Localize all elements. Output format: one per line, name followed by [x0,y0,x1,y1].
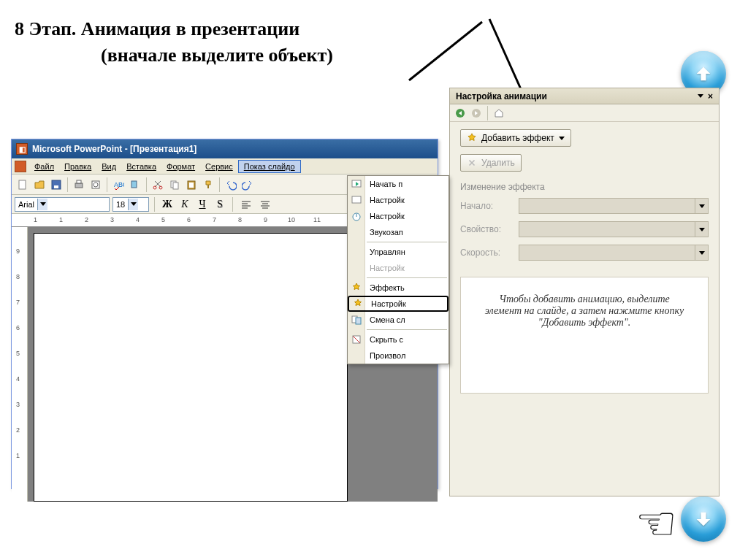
menu-slideshow[interactable]: Показ слайдо [238,160,301,173]
chevron-down-icon[interactable] [128,199,138,210]
remove-button: Удалить [460,154,522,172]
custom-animation-pane: Настройка анимации × Добавить эффект Уда… [449,88,720,496]
help-text: Чтобы добавить анимацию, выделите элемен… [460,277,709,394]
menu-item-effects[interactable]: Эффекть [348,280,449,296]
svg-rect-3 [19,180,26,189]
menu-edit[interactable]: Правка [59,161,96,172]
svg-rect-20 [352,196,361,203]
back-icon[interactable] [453,107,468,120]
spell-icon[interactable]: ABC [110,177,126,193]
align-left-icon[interactable] [238,196,254,212]
app-icon [15,161,26,172]
menu-format[interactable]: Формат [161,161,200,172]
heading-line1: 8 Этап. Анимация в презентации [15,16,299,42]
shadow-button[interactable]: S [213,197,227,212]
swap-icon [351,314,362,326]
menu-item-record[interactable]: Звукозап [348,224,449,240]
menu-item-custom-shows[interactable]: Произвол [348,348,449,364]
heading-line2: (вначале выделите объект) [101,42,333,69]
cut-icon[interactable] [150,177,166,193]
svg-rect-5 [54,185,58,188]
menu-item-hide-slide[interactable]: Скрыть с [348,331,449,348]
format-painter-icon[interactable] [200,177,216,193]
anim-icon [352,298,364,310]
menu-insert[interactable]: Вставка [121,161,161,172]
forward-icon[interactable] [469,107,484,120]
pane-titlebar: Настройка анимации × [450,88,719,104]
redo-icon[interactable] [240,177,256,193]
menu-item-action-settings: Настройк [348,260,449,276]
speed-label: Скорость: [460,248,519,258]
preview-icon[interactable] [88,177,104,193]
window-title: Microsoft PowerPoint - [Презентация1] [32,144,196,154]
save-icon[interactable] [48,177,64,193]
slide[interactable] [34,233,348,502]
svg-line-0 [409,22,482,80]
hide-icon [351,334,362,345]
property-combo [519,221,709,237]
font-name-combo[interactable]: Arial [15,197,110,212]
timer-icon [351,210,362,222]
menu-item-custom-animation[interactable]: Настройк [348,296,449,312]
copy-icon[interactable] [167,177,183,193]
svg-rect-6 [75,183,83,188]
start-combo [519,198,709,214]
nav-down-button[interactable] [681,496,726,542]
open-icon[interactable] [31,177,47,193]
add-effect-star-icon [467,133,477,143]
new-icon[interactable] [15,177,31,193]
pane-nav-toolbar[interactable] [450,104,719,122]
start-label: Начало: [460,201,519,211]
gear-icon [351,194,362,206]
paste-icon[interactable] [183,177,199,193]
svg-rect-11 [131,181,137,188]
remove-label: Удалить [481,158,515,168]
underline-button[interactable]: Ч [195,197,210,212]
pane-title: Настройка анимации [456,91,547,101]
add-effect-label: Добавить эффект [481,133,554,143]
add-effect-button[interactable]: Добавить эффект [460,129,571,147]
align-center-icon[interactable] [257,196,273,212]
menu-bar[interactable]: Файл Правка Вид Вставка Формат Сервис По… [12,158,438,174]
print-icon[interactable] [71,177,87,193]
menu-item-setup[interactable]: Настройк [348,192,449,208]
window-titlebar: ◧ Microsoft PowerPoint - [Презентация1] [12,139,438,158]
italic-button[interactable]: К [178,197,192,212]
menu-view[interactable]: Вид [96,161,121,172]
change-effect-label: Изменение эффекта [460,182,709,192]
close-icon[interactable]: × [708,91,713,101]
svg-rect-23 [356,318,361,324]
powerpoint-icon: ◧ [16,143,28,155]
font-name-value: Arial [18,200,34,209]
speed-combo [519,245,709,261]
star-icon [351,282,362,294]
play-icon [351,178,362,190]
research-icon[interactable] [127,177,143,193]
menu-item-start[interactable]: Начать п [348,176,449,192]
chevron-down-icon[interactable] [698,94,703,98]
svg-rect-7 [77,180,81,183]
font-size-combo[interactable]: 18 [112,197,149,212]
menu-item-action-buttons[interactable]: Управлян [348,244,449,260]
vertical-ruler: 9 8 7 6 5 4 3 2 1 [12,227,28,502]
svg-rect-17 [189,183,194,188]
bold-button[interactable]: Ж [160,197,175,212]
font-size-value: 18 [116,200,125,209]
svg-rect-18 [207,185,209,188]
mic-icon [351,226,362,238]
home-icon[interactable] [492,107,506,120]
hand-pointer-icon: ☞ [636,496,677,551]
chevron-down-icon [559,137,565,140]
menu-item-rehearse[interactable]: Настройк [348,208,449,224]
remove-icon [467,158,477,168]
menu-tools[interactable]: Сервис [200,161,238,172]
svg-rect-15 [173,183,178,189]
menu-item-transition[interactable]: Смена сл [348,312,449,328]
property-label: Свойство: [460,224,519,234]
chevron-down-icon[interactable] [37,199,47,210]
slideshow-menu-dropdown[interactable]: Начать п Настройк Настройк Звукозап Упра… [347,175,449,364]
menu-file[interactable]: Файл [29,161,59,172]
undo-icon[interactable] [223,177,239,193]
